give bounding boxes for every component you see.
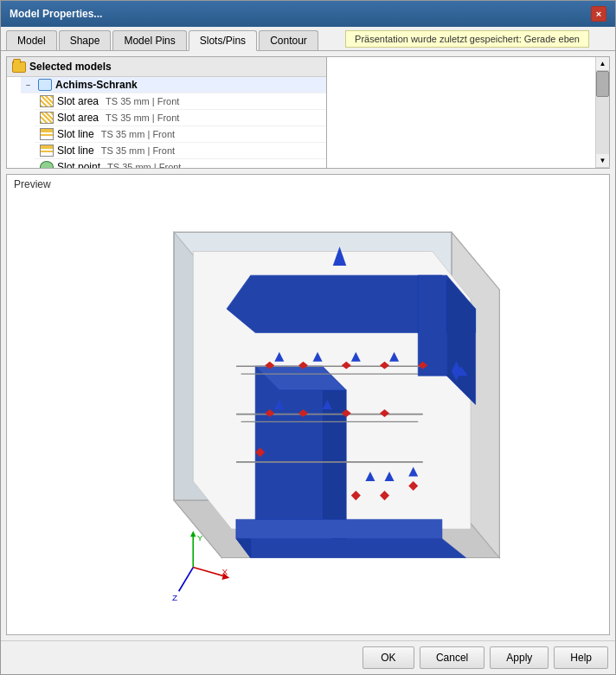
scroll-up-arrow[interactable]: ▲: [596, 57, 610, 71]
list-item[interactable]: Slot line TS 35 mm | Front: [35, 126, 326, 143]
tree-panel: Selected models – Achims-Schrank Slot ar…: [7, 57, 327, 168]
tab-model-pins[interactable]: Model Pins: [112, 30, 186, 50]
svg-marker-8: [418, 275, 446, 376]
ok-button[interactable]: OK: [363, 646, 414, 669]
scroll-track[interactable]: [596, 71, 609, 154]
svg-marker-14: [236, 519, 442, 538]
item-label: Slot line: [57, 145, 94, 157]
slot-area-icon: [40, 95, 54, 107]
slot-line-icon: [40, 145, 54, 157]
item-label: Slot area: [57, 112, 99, 124]
apply-button[interactable]: Apply: [490, 646, 549, 669]
item-value: TS 35 mm | Front: [106, 96, 179, 106]
bottom-bar: OK Cancel Apply Help: [1, 640, 615, 674]
status-notification: Präsentation wurde zuletzt gespeichert: …: [345, 30, 589, 48]
item-value: TS 35 mm | Front: [101, 129, 175, 139]
svg-text:Z: Z: [172, 593, 177, 602]
slot-point-icon: [40, 161, 54, 168]
tabs-status-row: Model Shape Model Pins Slots/Pins Contou…: [1, 27, 615, 51]
folder-icon: [12, 61, 26, 73]
item-label: Slot area: [57, 95, 99, 107]
list-item[interactable]: Slot area TS 35 mm | Front: [35, 93, 326, 110]
item-label: Slot line: [57, 128, 94, 140]
dialog-window: Model Properties... × Model Shape Model …: [0, 0, 616, 675]
list-item[interactable]: Slot area TS 35 mm | Front: [35, 110, 326, 126]
slot-area-icon: [40, 112, 54, 124]
list-item[interactable]: Slot line TS 35 mm | Front: [35, 143, 326, 159]
preview-label: Preview: [14, 178, 51, 190]
item-value: TS 35 mm | Front: [101, 145, 175, 156]
tree-group-item[interactable]: – Achims-Schrank: [21, 77, 326, 93]
tab-contour[interactable]: Contour: [259, 30, 318, 50]
preview-canvas: Y X Z: [7, 175, 609, 634]
tree-header: Selected models: [7, 57, 326, 77]
title-bar: Model Properties... ×: [1, 1, 615, 27]
group-label: Achims-Schrank: [55, 79, 138, 91]
list-item[interactable]: Slot point TS 35 mm | Front: [35, 159, 326, 168]
svg-text:X: X: [221, 567, 228, 576]
tab-model[interactable]: Model: [6, 30, 57, 50]
cancel-button[interactable]: Cancel: [420, 646, 484, 669]
window-title: Model Properties...: [10, 8, 102, 20]
close-button[interactable]: ×: [591, 6, 606, 22]
svg-marker-46: [190, 531, 196, 537]
help-button[interactable]: Help: [554, 646, 608, 669]
item-value: TS 35 mm | Front: [106, 112, 179, 123]
top-section: Selected models – Achims-Schrank Slot ar…: [6, 56, 610, 169]
tree-scrollbar[interactable]: ▲ ▼: [595, 57, 609, 168]
expand-icon[interactable]: –: [26, 80, 35, 89]
scroll-down-arrow[interactable]: ▼: [596, 154, 610, 168]
model-icon: [38, 79, 52, 91]
tree-header-label: Selected models: [29, 61, 112, 73]
item-value: TS 35 mm | Front: [107, 162, 181, 168]
preview-section: Preview: [6, 174, 610, 635]
svg-text:Y: Y: [197, 533, 203, 543]
scroll-thumb[interactable]: [596, 71, 609, 97]
svg-line-51: [179, 568, 194, 592]
tab-slots-pins[interactable]: Slots/Pins: [189, 30, 257, 51]
tabs-container: Model Shape Model Pins Slots/Pins Contou…: [6, 27, 318, 50]
main-content: Selected models – Achims-Schrank Slot ar…: [1, 51, 615, 640]
svg-marker-12: [236, 538, 466, 557]
item-label: Slot point: [57, 161, 100, 168]
svg-marker-9: [255, 366, 322, 529]
slot-line-icon: [40, 128, 54, 140]
tab-shape[interactable]: Shape: [59, 30, 112, 50]
